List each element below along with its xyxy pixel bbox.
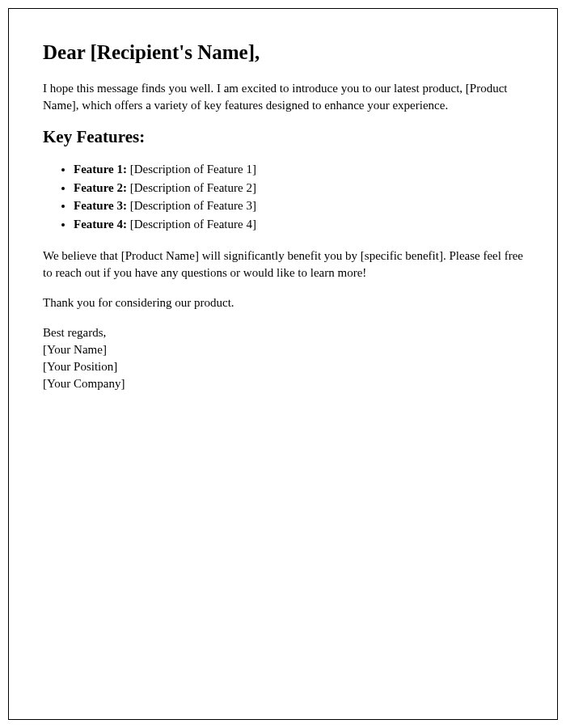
- features-heading: Key Features:: [43, 127, 523, 147]
- feature-description: [Description of Feature 3]: [127, 199, 256, 212]
- document-page: Dear [Recipient's Name], I hope this mes…: [8, 8, 558, 720]
- closing-block: Best regards, [Your Name] [Your Position…: [43, 324, 523, 392]
- salutation-heading: Dear [Recipient's Name],: [43, 41, 523, 64]
- thank-you-paragraph: Thank you for considering our product.: [43, 294, 523, 311]
- list-item: Feature 1: [Description of Feature 1]: [74, 160, 523, 179]
- feature-description: [Description of Feature 4]: [127, 218, 256, 231]
- list-item: Feature 4: [Description of Feature 4]: [74, 215, 523, 234]
- closing-name: [Your Name]: [43, 341, 523, 358]
- feature-label: Feature 1:: [74, 163, 127, 176]
- feature-label: Feature 3:: [74, 199, 127, 212]
- features-list: Feature 1: [Description of Feature 1] Fe…: [74, 160, 523, 233]
- list-item: Feature 2: [Description of Feature 2]: [74, 179, 523, 197]
- feature-label: Feature 4:: [74, 218, 127, 231]
- feature-description: [Description of Feature 1]: [127, 163, 256, 176]
- closing-company: [Your Company]: [43, 375, 523, 392]
- feature-description: [Description of Feature 2]: [127, 181, 256, 194]
- benefit-paragraph: We believe that [Product Name] will sign…: [43, 248, 523, 281]
- closing-regards: Best regards,: [43, 324, 523, 341]
- closing-position: [Your Position]: [43, 358, 523, 375]
- feature-label: Feature 2:: [74, 181, 127, 194]
- list-item: Feature 3: [Description of Feature 3]: [74, 197, 523, 215]
- intro-paragraph: I hope this message finds you well. I am…: [43, 80, 523, 114]
